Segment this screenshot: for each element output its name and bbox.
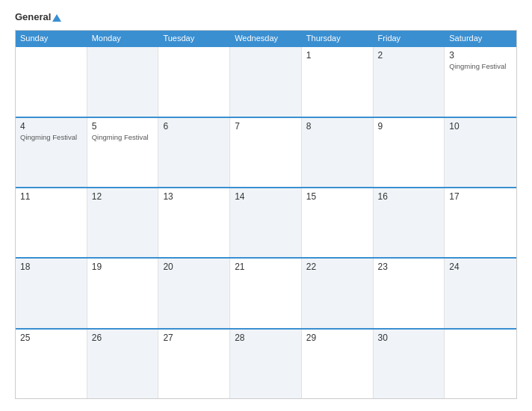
calendar-cell [16, 47, 87, 116]
calendar-cell: 21 [230, 259, 302, 327]
day-number: 5 [92, 121, 154, 132]
calendar-cell: 17 [445, 188, 516, 257]
day-number: 27 [163, 333, 225, 343]
calendar: SundayMondayTuesdayWednesdayThursdayFrid… [15, 30, 517, 399]
day-number: 14 [235, 191, 297, 202]
day-of-week-header: Friday [374, 31, 445, 46]
logo-general-text: General [15, 12, 61, 22]
calendar-cell [87, 47, 159, 116]
calendar-cell: 26 [87, 330, 159, 398]
calendar-cell: 20 [158, 259, 230, 327]
calendar-cell: 12 [87, 188, 159, 257]
day-number: 10 [449, 121, 512, 132]
calendar-body: 123Qingming Festival4Qingming Festival5Q… [16, 46, 516, 398]
page: General SundayMondayTuesdayWednesdayThur… [0, 0, 532, 411]
calendar-cell: 16 [374, 188, 445, 257]
event-label: Qingming Festival [449, 62, 512, 71]
calendar-cell: 5Qingming Festival [87, 118, 159, 187]
day-number: 30 [378, 333, 440, 343]
calendar-cell: 24 [445, 259, 516, 327]
day-number: 13 [163, 191, 225, 202]
day-number: 23 [378, 262, 440, 272]
calendar-cell: 25 [16, 330, 87, 398]
calendar-cell: 11 [16, 188, 87, 257]
day-number: 25 [20, 333, 82, 343]
day-number: 6 [163, 121, 225, 132]
event-label: Qingming Festival [92, 133, 154, 142]
day-number: 22 [306, 262, 368, 272]
day-number: 24 [449, 262, 512, 272]
logo-triangle-icon [52, 14, 61, 22]
day-number: 20 [163, 262, 225, 272]
event-label: Qingming Festival [20, 133, 82, 142]
calendar-cell: 13 [158, 188, 230, 257]
day-number: 7 [235, 121, 297, 132]
day-number: 19 [92, 262, 154, 272]
day-number: 2 [378, 50, 440, 61]
day-of-week-header: Wednesday [230, 31, 302, 46]
calendar-cell: 22 [302, 259, 374, 327]
day-of-week-header: Sunday [16, 31, 87, 46]
calendar-cell: 15 [302, 188, 374, 257]
calendar-cell: 2 [374, 47, 445, 116]
calendar-cell: 29 [302, 330, 374, 398]
calendar-cell: 7 [230, 118, 302, 187]
day-number: 17 [449, 191, 512, 202]
calendar-cell: 18 [16, 259, 87, 327]
day-of-week-header: Thursday [302, 31, 374, 46]
day-of-week-header: Tuesday [158, 31, 230, 46]
day-number: 28 [235, 333, 297, 343]
calendar-cell: 1 [302, 47, 374, 116]
calendar-cell: 8 [302, 118, 374, 187]
day-number: 26 [92, 333, 154, 343]
day-number: 8 [306, 121, 368, 132]
calendar-cell: 30 [374, 330, 445, 398]
calendar-cell: 28 [230, 330, 302, 398]
calendar-cell: 10 [445, 118, 516, 187]
day-number: 15 [306, 191, 368, 202]
calendar-cell: 3Qingming Festival [445, 47, 516, 116]
day-number: 3 [449, 50, 512, 61]
day-number: 18 [20, 262, 82, 272]
calendar-week: 4Qingming Festival5Qingming Festival6789… [16, 117, 516, 187]
calendar-cell: 4Qingming Festival [16, 118, 87, 187]
day-number: 12 [92, 191, 154, 202]
calendar-cell: 9 [374, 118, 445, 187]
calendar-cell: 14 [230, 188, 302, 257]
calendar-cell: 27 [158, 330, 230, 398]
day-number: 11 [20, 191, 82, 202]
day-of-week-header: Monday [87, 31, 159, 46]
calendar-cell [445, 330, 516, 398]
calendar-week: 18192021222324 [16, 257, 516, 327]
header: General [15, 12, 517, 22]
calendar-week: 11121314151617 [16, 187, 516, 257]
day-number: 29 [306, 333, 368, 343]
calendar-cell: 6 [158, 118, 230, 187]
day-number: 1 [306, 50, 368, 61]
calendar-cell: 19 [87, 259, 159, 327]
day-number: 4 [20, 121, 82, 132]
day-number: 9 [378, 121, 440, 132]
calendar-cell: 23 [374, 259, 445, 327]
day-number: 16 [378, 191, 440, 202]
calendar-cell [158, 47, 230, 116]
calendar-week: 123Qingming Festival [16, 46, 516, 116]
day-of-week-header: Saturday [445, 31, 516, 46]
day-number: 21 [235, 262, 297, 272]
calendar-week: 252627282930 [16, 328, 516, 398]
calendar-cell [230, 47, 302, 116]
logo: General [15, 12, 61, 22]
calendar-header: SundayMondayTuesdayWednesdayThursdayFrid… [16, 31, 516, 46]
